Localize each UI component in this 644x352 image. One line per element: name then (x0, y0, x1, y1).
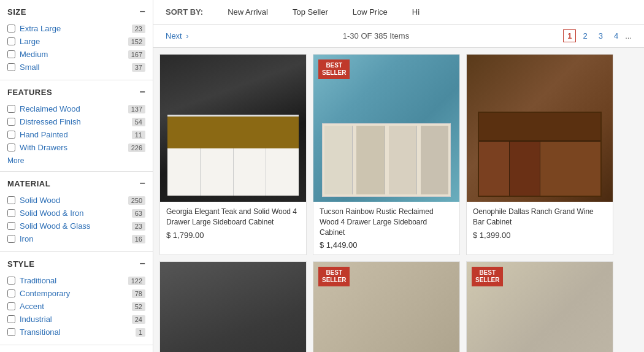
traditional-checkbox[interactable] (7, 277, 15, 285)
material-label: MATERIAL (7, 179, 50, 188)
product-1-info: Georgia Elegant Teak and Solid Wood 4 Dr… (160, 202, 306, 245)
filter-item-with-drawers: With Drawers 226 (7, 141, 145, 154)
small-checkbox[interactable] (7, 63, 15, 71)
traditional-label[interactable]: Traditional (20, 276, 126, 285)
industrial-checkbox[interactable] (7, 315, 15, 323)
large-label[interactable]: Large (20, 37, 126, 46)
filter-item-contemporary: Contemporary 78 (7, 287, 145, 300)
material-collapse-icon[interactable]: − (139, 178, 145, 189)
sort-top-seller[interactable]: Top Seller (293, 7, 328, 17)
page-3[interactable]: 3 (594, 29, 607, 42)
transitional-checkbox[interactable] (7, 328, 15, 336)
filter-item-transitional: Transitional 1 (7, 326, 145, 339)
industrial-label[interactable]: Industrial (20, 315, 129, 324)
material-filter-header: MATERIAL − (7, 178, 145, 189)
filter-item-large: Large 152 (7, 35, 145, 48)
style-collapse-icon[interactable]: − (139, 258, 145, 269)
best-seller-badge-5: BEST SELLER (318, 267, 350, 286)
filter-item-industrial: Industrial 24 (7, 313, 145, 326)
solid-wood-glass-label[interactable]: Solid Wood & Glass (20, 221, 129, 231)
extra-large-label[interactable]: Extra Large (20, 24, 129, 33)
medium-checkbox[interactable] (7, 50, 15, 58)
large-count: 152 (128, 37, 145, 46)
with-drawers-checkbox[interactable] (7, 143, 15, 151)
material-filter-section: MATERIAL − Solid Wood 250 Solid Wood & I… (0, 172, 153, 252)
features-more-link[interactable]: More (7, 156, 24, 165)
product-3-price: $ 1,399.00 (473, 231, 607, 240)
features-filter-header: FEATURES − (7, 86, 145, 98)
iron-checkbox[interactable] (7, 235, 15, 243)
products-grid: Georgia Elegant Teak and Solid Wood 4 Dr… (159, 54, 638, 352)
reclaimed-wood-checkbox[interactable] (7, 105, 15, 113)
medium-label[interactable]: Medium (20, 50, 126, 59)
contemporary-count: 78 (132, 289, 145, 298)
extra-large-checkbox[interactable] (7, 25, 15, 33)
product-3-info: Oenophile Dallas Ranch Grand Wine Bar Ca… (467, 202, 613, 245)
page-1[interactable]: 1 (563, 29, 576, 42)
distressed-finish-label[interactable]: Distressed Finish (20, 117, 129, 126)
filter-item-small: Small 37 (7, 61, 145, 74)
page-2[interactable]: 2 (578, 29, 591, 42)
best-seller-line2-5: SELLER (322, 277, 346, 283)
product-1-title: Georgia Elegant Teak and Solid Wood 4 Dr… (166, 207, 300, 228)
next-button[interactable]: Next › (166, 31, 189, 40)
sidebar: SIZE − Extra Large 23 Large 152 Medium 1… (0, 0, 153, 352)
best-seller-badge-6: BEST SELLER (472, 267, 503, 286)
contemporary-checkbox[interactable] (7, 289, 15, 297)
pagination-pages: 1 2 3 4 ... (563, 29, 632, 42)
transitional-count: 1 (136, 328, 145, 337)
sort-low-price[interactable]: Low Price (353, 7, 388, 17)
solid-wood-count: 250 (128, 196, 145, 205)
solid-wood-label[interactable]: Solid Wood (20, 196, 126, 205)
distressed-finish-checkbox[interactable] (7, 118, 15, 126)
hand-painted-count: 11 (132, 131, 145, 139)
product-2-price: $ 1,449.00 (320, 240, 453, 250)
iron-label[interactable]: Iron (20, 234, 129, 243)
size-filter-header: SIZE − (7, 6, 145, 17)
contemporary-label[interactable]: Contemporary (20, 289, 129, 298)
sort-new-arrival[interactable]: New Arrival (228, 7, 268, 17)
small-label[interactable]: Small (20, 63, 129, 72)
product-card-3[interactable]: Oenophile Dallas Ranch Grand Wine Bar Ca… (466, 54, 613, 255)
style-filter-header: STYLE − (7, 258, 145, 269)
page-4[interactable]: 4 (610, 29, 623, 42)
size-label: SIZE (7, 7, 26, 17)
accent-label[interactable]: Accent (20, 302, 129, 311)
product-card-6[interactable]: BEST SELLER (466, 261, 613, 352)
features-collapse-icon[interactable]: − (139, 86, 145, 98)
main-content: SORT BY: New Arrival Top Seller Low Pric… (153, 0, 644, 352)
filter-item-solid-wood: Solid Wood 250 (7, 194, 145, 207)
medium-count: 167 (128, 50, 145, 59)
product-card-1[interactable]: Georgia Elegant Teak and Solid Wood 4 Dr… (159, 54, 307, 255)
traditional-count: 122 (128, 277, 145, 285)
hand-painted-checkbox[interactable] (7, 131, 15, 139)
features-filter-section: FEATURES − Reclaimed Wood 137 Distressed… (0, 80, 153, 172)
solid-wood-iron-checkbox[interactable] (7, 209, 15, 217)
sort-hi[interactable]: Hi (412, 7, 420, 17)
product-card-2[interactable]: BEST SELLER (313, 54, 460, 255)
iron-count: 16 (132, 235, 145, 243)
solid-wood-iron-label[interactable]: Solid Wood & Iron (20, 209, 129, 218)
accent-count: 52 (132, 302, 145, 311)
accent-checkbox[interactable] (7, 302, 15, 310)
size-filter-section: SIZE − Extra Large 23 Large 152 Medium 1… (0, 0, 153, 80)
size-collapse-icon[interactable]: − (139, 6, 145, 17)
filter-item-accent: Accent 52 (7, 300, 145, 313)
best-seller-badge-2: BEST SELLER (318, 59, 350, 79)
product-card-4[interactable] (159, 261, 307, 352)
style-filter-section: STYLE − Traditional 122 Contemporary 78 … (0, 252, 153, 345)
page-dots: ... (625, 31, 632, 40)
product-card-5[interactable]: BEST SELLER (313, 261, 460, 352)
transitional-label[interactable]: Transitional (20, 327, 133, 337)
extra-large-count: 23 (132, 25, 145, 33)
with-drawers-label[interactable]: With Drawers (20, 143, 126, 152)
solid-wood-checkbox[interactable] (7, 196, 15, 204)
filter-item-medium: Medium 167 (7, 48, 145, 61)
reclaimed-wood-label[interactable]: Reclaimed Wood (20, 104, 126, 113)
solid-wood-glass-checkbox[interactable] (7, 222, 15, 230)
with-drawers-count: 226 (128, 143, 145, 152)
large-checkbox[interactable] (7, 37, 15, 45)
product-3-title: Oenophile Dallas Ranch Grand Wine Bar Ca… (473, 207, 607, 228)
reclaimed-wood-count: 137 (128, 105, 145, 113)
hand-painted-label[interactable]: Hand Painted (20, 130, 129, 139)
